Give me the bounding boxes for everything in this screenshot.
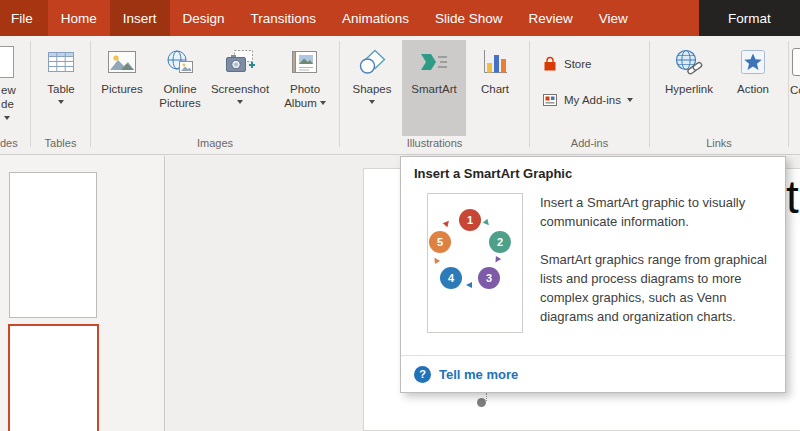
tooltip-paragraph-1: Insert a SmartArt graphic to visually co… [540, 193, 772, 231]
smartart-icon [419, 42, 449, 82]
group-separator [30, 41, 31, 147]
my-add-ins-button-label: My Add-ins [564, 94, 621, 106]
slides-group-label: des [0, 137, 26, 149]
store-icon [542, 56, 558, 72]
images-group-label: Images [91, 137, 339, 149]
pictures-icon [107, 42, 137, 82]
tab-file[interactable]: File [0, 0, 48, 36]
tooltip-body-text: Insert a SmartArt graphic to visually co… [540, 193, 772, 345]
illustrations-group-label: Illustrations [340, 137, 529, 149]
smartart-button[interactable]: SmartArt [402, 40, 466, 136]
slide-title-text-fragment: t [786, 174, 799, 220]
tooltip-paragraph-2: SmartArt graphics range from graphical l… [540, 250, 772, 326]
table-icon [47, 42, 75, 82]
dropdown-arrow-icon [237, 100, 243, 104]
action-button-label: Action [737, 82, 769, 96]
cycle-node-2: 2 [489, 231, 511, 253]
tab-view[interactable]: View [586, 0, 641, 36]
group-separator [649, 41, 650, 147]
dropdown-arrow-icon [320, 101, 326, 105]
tab-slide-show[interactable]: Slide Show [422, 0, 516, 36]
tables-group-label: Tables [31, 137, 90, 149]
online-pictures-button[interactable]: Online Pictures [151, 40, 209, 136]
dropdown-arrow-icon [4, 116, 10, 120]
smartart-cycle-preview: 1 2 3 4 5 [427, 193, 523, 333]
screenshot-icon [225, 42, 255, 82]
photo-album-button[interactable]: Photo Album [273, 40, 337, 136]
action-icon [740, 42, 766, 82]
group-separator [339, 41, 340, 147]
screenshot-button[interactable]: Screenshot [209, 40, 271, 136]
table-button-label: Table [47, 82, 75, 96]
dropdown-arrow-icon [58, 100, 64, 104]
smartart-tooltip: Insert a SmartArt Graphic 1 2 3 4 5 Inse… [400, 156, 786, 393]
photo-album-label-line2: Album [284, 96, 317, 110]
screenshot-button-label: Screenshot [211, 82, 269, 96]
tab-format[interactable]: Format [699, 0, 800, 36]
online-pictures-label-line2: Pictures [159, 96, 201, 110]
cycle-arrow-icon [466, 282, 472, 288]
tab-design[interactable]: Design [170, 0, 238, 36]
shapes-icon [358, 42, 386, 82]
bullet-point [477, 398, 486, 407]
ribbon-tab-bar: File Home Insert Design Transitions Anim… [0, 0, 800, 36]
photo-album-label-line1: Photo [290, 82, 320, 96]
tab-insert[interactable]: Insert [110, 0, 170, 36]
new-slide-icon[interactable] [0, 46, 14, 78]
tab-review[interactable]: Review [515, 0, 585, 36]
cycle-node-3: 3 [478, 267, 500, 289]
ribbon: ew de des Table Tables [0, 36, 800, 155]
tooltip-title: Insert a SmartArt Graphic [414, 166, 772, 181]
cycle-arrow-icon [443, 219, 451, 227]
online-pictures-icon [165, 42, 195, 82]
tab-home[interactable]: Home [48, 0, 110, 36]
tab-transitions[interactable]: Transitions [238, 0, 330, 36]
table-button[interactable]: Table [33, 40, 89, 136]
chart-button-label: Chart [481, 82, 509, 96]
group-separator [529, 41, 530, 147]
hyperlink-icon [674, 42, 704, 82]
comment-icon[interactable] [792, 48, 800, 76]
add-ins-group-label: Add-ins [530, 137, 649, 149]
tab-animations[interactable]: Animations [329, 0, 422, 36]
online-pictures-label-line1: Online [163, 82, 196, 96]
cycle-node-5: 5 [429, 231, 451, 253]
cycle-arrow-icon [483, 219, 491, 227]
powerpoint-window: File Home Insert Design Transitions Anim… [0, 0, 800, 431]
slide-thumbnail-pane [0, 156, 165, 431]
my-add-ins-button[interactable]: My Add-ins [536, 88, 639, 112]
help-icon: ? [414, 366, 431, 383]
dropdown-arrow-icon [369, 100, 375, 104]
slide-thumbnail-1[interactable] [9, 172, 97, 318]
my-add-ins-icon [542, 92, 558, 108]
shapes-button[interactable]: Shapes [344, 40, 400, 136]
slide-thumbnail-2-selected[interactable] [8, 324, 99, 431]
smartart-button-label: SmartArt [411, 82, 456, 96]
group-separator [90, 41, 91, 147]
placeholder-dashed-border [486, 393, 487, 401]
store-button-label: Store [564, 58, 592, 70]
cycle-node-4: 4 [440, 267, 462, 289]
store-button[interactable]: Store [536, 52, 598, 76]
pictures-button[interactable]: Pictures [95, 40, 149, 136]
comment-button-fragment[interactable]: Co [790, 84, 800, 96]
photo-album-icon [290, 42, 320, 82]
shapes-button-label: Shapes [352, 82, 391, 96]
cycle-arrow-icon [432, 256, 440, 264]
links-group-label: Links [650, 137, 788, 149]
dropdown-arrow-icon [627, 98, 633, 102]
hyperlink-button[interactable]: Hyperlink [656, 40, 722, 136]
cycle-arrow-icon [493, 256, 501, 264]
new-slide-button-fragment[interactable]: ew [1, 84, 16, 96]
tell-me-more-label: Tell me more [439, 367, 518, 382]
hyperlink-button-label: Hyperlink [665, 82, 713, 96]
cycle-node-1: 1 [459, 209, 481, 231]
action-button[interactable]: Action [724, 40, 782, 136]
pictures-button-label: Pictures [101, 82, 143, 96]
tell-me-more-link[interactable]: ? Tell me more [401, 355, 785, 392]
group-separator [788, 41, 789, 147]
chart-icon [482, 42, 508, 82]
new-slide-button-fragment[interactable]: de [1, 98, 14, 110]
chart-button[interactable]: Chart [468, 40, 522, 136]
